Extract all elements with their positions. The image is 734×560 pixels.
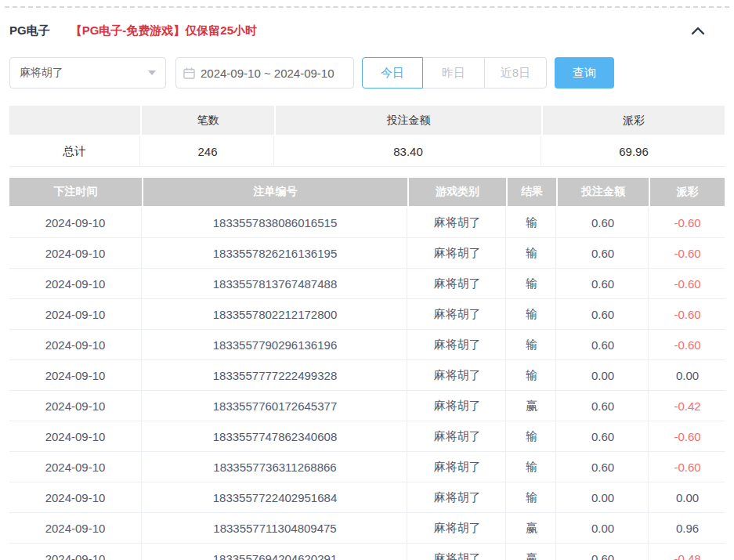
payout-cell: -0.60 — [650, 269, 725, 298]
table-row: 2024-09-10 1833557736311268866 麻将胡了 输 0.… — [9, 452, 725, 482]
yesterday-button[interactable]: 昨日 — [422, 57, 485, 89]
bet-amount-cell: 0.60 — [558, 208, 649, 237]
bet-id-cell: 1833557777222499328 — [143, 360, 407, 390]
collapse-button[interactable] — [690, 26, 706, 35]
bet-id-cell: 1833557722402951684 — [143, 482, 407, 512]
payout-cell: -0.48 — [650, 544, 725, 560]
game-type-cell: 麻将胡了 — [409, 299, 506, 329]
records-header-cell: 派彩 — [650, 178, 725, 206]
table-row: 2024-09-10 1833557760172645377 麻将胡了 赢 0.… — [9, 391, 725, 421]
bet-amount-cell: 0.60 — [558, 452, 649, 482]
bet-id-cell: 1833557747862340608 — [143, 421, 407, 451]
table-row: 2024-09-10 1833557711304809475 麻将胡了 赢 0.… — [9, 513, 725, 544]
summary-header-cell — [9, 106, 140, 135]
game-select[interactable]: 麻将胡了 — [9, 57, 166, 89]
result-cell: 输 — [508, 482, 556, 512]
payout-cell: -0.60 — [650, 421, 725, 451]
records-header-cell: 投注金额 — [558, 178, 649, 206]
calendar-icon — [183, 67, 195, 79]
table-row: 2024-09-10 1833557722402951684 麻将胡了 输 0.… — [9, 482, 725, 513]
table-row: 2024-09-10 1833557838086016515 麻将胡了 输 0.… — [9, 208, 725, 238]
bet-amount-cell: 0.60 — [558, 330, 649, 359]
bet-time-cell: 2024-09-10 — [9, 299, 142, 329]
bet-time-cell: 2024-09-10 — [9, 391, 142, 421]
payout-cell: -0.60 — [650, 299, 725, 329]
summary-total-bet-amount: 83.40 — [276, 136, 541, 166]
result-cell: 输 — [508, 360, 556, 390]
bet-time-cell: 2024-09-10 — [9, 238, 142, 268]
date-range-input[interactable]: 2024-09-10 ~ 2024-09-10 — [175, 57, 354, 89]
bet-id-cell: 1833557826216136195 — [143, 238, 407, 268]
records-header-row: 下注时间注单编号游戏类别结果投注金额派彩 — [9, 178, 725, 206]
payout-cell: -0.60 — [650, 208, 725, 237]
payout-cell: 0.00 — [650, 360, 725, 390]
table-row: 2024-09-10 1833557777222499328 麻将胡了 输 0.… — [9, 360, 725, 391]
panel-notice: 【PG电子-免费游戏】仅保留25小时 — [71, 23, 257, 38]
game-type-cell: 麻将胡了 — [409, 452, 506, 482]
result-cell: 输 — [508, 208, 556, 237]
records-header-cell: 注单编号 — [143, 178, 407, 206]
result-cell: 输 — [508, 269, 556, 298]
result-cell: 赢 — [508, 544, 556, 560]
bet-time-cell: 2024-09-10 — [9, 513, 142, 543]
records-body: 2024-09-10 1833557838086016515 麻将胡了 输 0.… — [9, 208, 725, 560]
today-button[interactable]: 今日 — [362, 57, 423, 89]
payout-cell: -0.60 — [650, 238, 725, 268]
dashed-divider — [5, 6, 729, 8]
records-table: 下注时间注单编号游戏类别结果投注金额派彩 2024-09-10 18335578… — [9, 178, 725, 560]
bet-amount-cell: 0.60 — [558, 269, 649, 298]
chevron-down-icon — [148, 70, 156, 75]
panel-title: PG电子 — [9, 23, 50, 38]
search-button[interactable]: 查询 — [555, 57, 614, 89]
payout-cell: 0.00 — [650, 482, 725, 512]
payout-cell: -0.60 — [650, 330, 725, 359]
bet-amount-cell: 0.60 — [558, 299, 649, 329]
game-type-cell: 麻将胡了 — [409, 482, 506, 512]
table-row: 2024-09-10 1833557694204620291 麻将胡了 赢 0.… — [9, 544, 725, 560]
bet-time-cell: 2024-09-10 — [9, 452, 142, 482]
bet-amount-cell: 0.00 — [558, 513, 649, 543]
game-type-cell: 麻将胡了 — [409, 360, 506, 390]
summary-table: 笔数投注金额派彩 总计 246 83.40 69.96 — [9, 106, 725, 167]
result-cell: 赢 — [508, 513, 556, 543]
records-header-cell: 下注时间 — [9, 178, 142, 206]
game-type-cell: 麻将胡了 — [409, 513, 506, 543]
table-row: 2024-09-10 1833557802212172800 麻将胡了 输 0.… — [9, 299, 725, 330]
bet-id-cell: 1833557736311268866 — [143, 452, 407, 482]
result-cell: 输 — [508, 452, 556, 482]
table-row: 2024-09-10 1833557747862340608 麻将胡了 输 0.… — [9, 421, 725, 452]
game-type-cell: 麻将胡了 — [409, 330, 506, 359]
date-range-value: 2024-09-10 ~ 2024-09-10 — [201, 67, 334, 80]
game-type-cell: 麻将胡了 — [409, 391, 506, 421]
result-cell: 输 — [508, 299, 556, 329]
summary-total-count: 246 — [142, 136, 274, 166]
chevron-up-icon — [690, 26, 706, 35]
table-row: 2024-09-10 1833557826216136195 麻将胡了 输 0.… — [9, 238, 725, 269]
bet-time-cell: 2024-09-10 — [9, 482, 142, 512]
bet-id-cell: 1833557802212172800 — [143, 299, 407, 329]
game-type-cell: 麻将胡了 — [409, 269, 506, 298]
summary-header-cell: 派彩 — [543, 106, 725, 135]
bet-amount-cell: 0.00 — [558, 360, 649, 390]
payout-cell: -0.42 — [650, 391, 725, 421]
result-cell: 输 — [508, 238, 556, 268]
result-cell: 赢 — [508, 391, 556, 421]
last-8-days-button[interactable]: 近8日 — [484, 57, 547, 89]
bet-id-cell: 1833557838086016515 — [143, 208, 407, 237]
bet-id-cell: 1833557711304809475 — [143, 513, 407, 543]
payout-cell: 0.96 — [650, 513, 725, 543]
filter-bar: 麻将胡了 2024-09-10 ~ 2024-09-10 今日 昨日 近8日 查… — [0, 57, 734, 89]
bet-amount-cell: 0.00 — [558, 482, 649, 512]
summary-header-row: 笔数投注金额派彩 — [9, 106, 725, 135]
summary-header-cell: 笔数 — [142, 106, 274, 135]
table-row: 2024-09-10 1833557790296136196 麻将胡了 输 0.… — [9, 330, 725, 360]
bet-time-cell: 2024-09-10 — [9, 330, 142, 359]
bet-id-cell: 1833557760172645377 — [143, 391, 407, 421]
quick-date-button-group: 今日 昨日 近8日 — [362, 57, 547, 89]
game-type-cell: 麻将胡了 — [409, 208, 506, 237]
bet-amount-cell: 0.60 — [558, 238, 649, 268]
records-header-cell: 结果 — [508, 178, 556, 206]
bet-time-cell: 2024-09-10 — [9, 360, 142, 390]
bet-id-cell: 1833557694204620291 — [143, 544, 407, 560]
panel-header: PG电子 【PG电子-免费游戏】仅保留25小时 — [0, 14, 734, 47]
